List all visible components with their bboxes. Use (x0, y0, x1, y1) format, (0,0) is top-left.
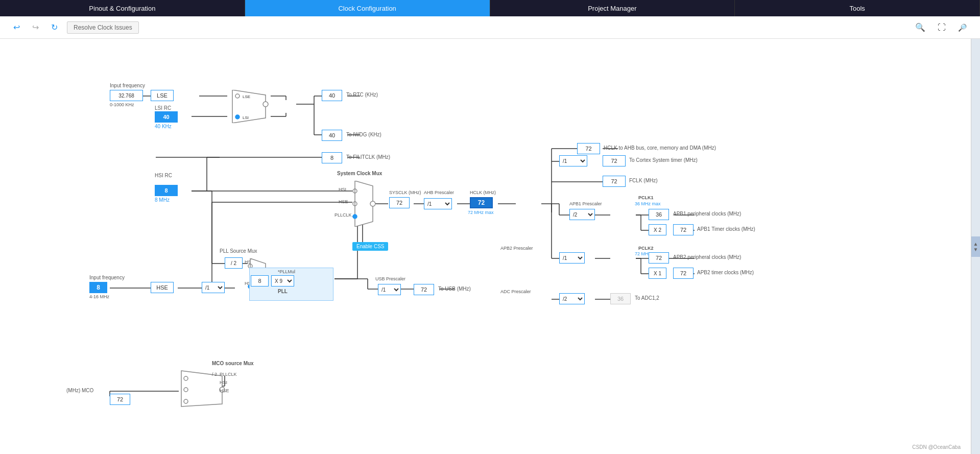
adc-label: To ADC1,2 (635, 295, 659, 301)
hsi-rc-label: HSI RC (155, 173, 172, 178)
sysclk-box[interactable]: 72 (389, 197, 410, 208)
input-freq-top-box[interactable]: 32.768 (110, 90, 143, 101)
usb-prescaler-label: USB Prescaler (375, 276, 405, 281)
apb1-timer-label: APB1 Timer clocks (MHz) (697, 226, 755, 232)
pllclk-mux-label: PLLCLK (334, 212, 352, 218)
pll-mul-select[interactable]: X 9 X 2 X 3 (271, 275, 294, 286)
hclk-ahb-label: HCLK to AHB bus, core, memory and DMA (M… (604, 145, 716, 151)
apb2-timer-x-box: X 1 (649, 268, 666, 279)
mco-label: MCO source Mux (212, 361, 254, 366)
adc-output-box: 36 (610, 293, 631, 304)
lse-lsi-mux: LSE LSI (227, 90, 271, 123)
sys-clk-mux-label: System Clock Mux (337, 171, 382, 176)
usb-prescaler-select[interactable]: /1 /1.5 (378, 284, 401, 295)
lse-box[interactable]: LSE (151, 90, 174, 101)
iwdg-output-box: 40 (322, 130, 342, 141)
hse-prescaler-select[interactable]: /1 (202, 282, 225, 293)
fclk-output-box: 72 (603, 176, 626, 187)
apb2-output-box: 72 (649, 252, 669, 264)
adc-prescaler-label: ADC Prescaler (500, 289, 531, 294)
svg-point-91 (370, 201, 375, 206)
nav-tools[interactable]: Tools (735, 0, 980, 16)
hsi-box[interactable]: 8 (155, 185, 178, 196)
apb1-prescaler-select[interactable]: /2 /1 /4 (569, 209, 595, 220)
svg-text:LSI: LSI (243, 115, 249, 120)
mco-pllclk-label: PLLCLK (220, 372, 237, 377)
apb1-timer-output-box: 72 (673, 224, 694, 235)
sysclk-label: SYSCLK (MHz) (389, 190, 421, 195)
apb2-timer-label: APB2 timer clocks (MHz) (697, 270, 754, 275)
nav-clock[interactable]: Clock Configuration (245, 0, 490, 16)
hsi-mux-label: HSI (339, 187, 346, 192)
pclk1-max-label: 36 MHz max (635, 201, 661, 206)
fullscreen-button[interactable]: ⛶ (935, 21, 949, 34)
right-panel: ▲▼ (971, 39, 980, 454)
main-content: Input frequency 32.768 0-1000 KHz LSE LS… (0, 39, 980, 454)
rtc-label: To RTC (KHz) (346, 92, 378, 98)
hse-range-label: 4-16 MHz (89, 294, 109, 299)
iwdg-label: To IWDG (KHz) (346, 132, 381, 137)
nav-pinout[interactable]: Pinout & Configuration (0, 0, 245, 16)
pll-hsi-div-box: / 2 (225, 257, 243, 269)
pclk2-label: PCLK2 (638, 246, 654, 251)
hclk-box[interactable]: 72 (470, 197, 493, 208)
fli-label: To FILITCLK (MHz) (346, 154, 390, 160)
pll-val-box[interactable]: 8 (251, 275, 269, 286)
apb2-prescaler-label: APB2 Prescaler (500, 246, 533, 251)
apb1-clk-label: APB1 peripheral clocks (MHz) (673, 211, 741, 217)
top-nav: Pinout & Configuration Clock Configurati… (0, 0, 980, 16)
nav-project[interactable]: Project Manager (490, 0, 735, 16)
svg-point-90 (353, 214, 357, 219)
svg-point-82 (263, 102, 268, 107)
mco-hse-label: HSE (220, 388, 229, 393)
lsi-khz-label: 40 KHz (155, 124, 172, 129)
usb-output-box: 72 (414, 284, 434, 295)
sys-clk-mux-svg (352, 181, 375, 227)
pll-source-label: PLL Source Mux (220, 248, 257, 254)
apb1-timer-x-box: X 2 (649, 224, 666, 235)
lsi-rc-label: LSI RC (155, 105, 171, 111)
enable-css-button[interactable]: Enable CSS (352, 242, 388, 251)
hse-box[interactable]: HSE (151, 282, 174, 293)
diagram-svg (0, 39, 971, 454)
ahb-prescaler-select[interactable]: /1 /2 /4 (424, 198, 452, 209)
cortex-label: To Cortex System timer (MHz) (629, 157, 698, 163)
input-freq-bottom-label: Input frequency (89, 275, 125, 280)
hse-val-box[interactable]: 8 (89, 282, 107, 293)
redo-button[interactable]: ↪ (29, 20, 42, 34)
svg-text:LSE: LSE (243, 94, 250, 99)
reset-button[interactable]: ↻ (48, 20, 61, 34)
diagram-area: Input frequency 32.768 0-1000 KHz LSE LS… (0, 39, 971, 454)
svg-point-84 (235, 115, 240, 119)
cortex-output-box: 72 (603, 155, 626, 166)
input-freq-top-label: Input frequency (110, 83, 145, 88)
cortex-prescaler-select[interactable]: /1 (559, 155, 587, 166)
usb-label: To USB (MHz) (438, 286, 471, 292)
pclk1-label: PCLK1 (638, 195, 654, 200)
mco-hsi-label: HSI (220, 380, 227, 385)
zoom-in-button[interactable]: 🔍 (912, 20, 928, 34)
hclk-max-label: 72 MHz max (468, 210, 494, 215)
freq-range-label: 0-1000 KHz (110, 102, 134, 107)
apb2-label: APB2 peripheral clocks (MHz) (673, 254, 741, 260)
hsi-mhz-label: 8 MHz (155, 197, 170, 203)
lsi-box[interactable]: 40 (155, 111, 178, 123)
apb2-timer-output-box: 72 (673, 268, 694, 279)
adc-prescaler-select[interactable]: /2 /4 /6 (559, 293, 585, 304)
fclk-label: FCLK (MHz) (629, 178, 658, 183)
apb2-prescaler-select[interactable]: /1 /2 (559, 252, 585, 264)
mco-val-box: 72 (110, 394, 130, 405)
resolve-button[interactable]: Resolve Clock Issues (67, 21, 139, 34)
zoom-out-button[interactable]: 🔎 (955, 21, 970, 34)
undo-button[interactable]: ↩ (10, 20, 23, 34)
rtc-output-box: 40 (322, 90, 342, 101)
pll-mul-label: *PLLMul (278, 269, 295, 274)
panel-handle[interactable]: ▲▼ (971, 236, 980, 257)
mco-pll-div-label: / 2 (212, 372, 217, 377)
hse-mux-label: HSE (339, 199, 348, 204)
fli-output-box: 8 (322, 152, 342, 163)
hclk-ahb-output-box: 72 (577, 143, 600, 154)
pll-box-label: PLL (278, 289, 288, 294)
hclk-label: HCLK (MHz) (470, 190, 496, 195)
footer-text: CSDN @OceanCaba (912, 444, 961, 450)
